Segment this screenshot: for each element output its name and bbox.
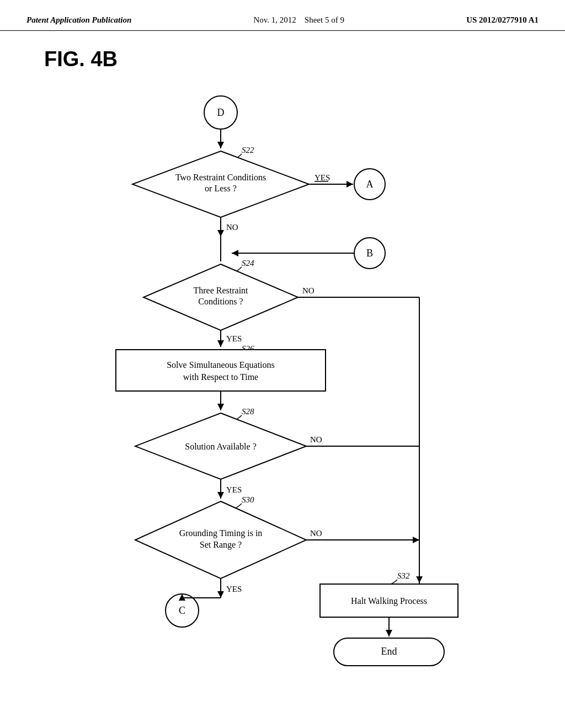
no-S28: NO	[310, 435, 322, 444]
step-S24-label: S24	[242, 259, 254, 267]
label-S28: Solution Available ?	[185, 442, 256, 451]
arrowhead-S22-A	[347, 181, 353, 188]
node-S26	[116, 350, 326, 391]
label-S30-line1: Grounding Timing is in	[179, 528, 263, 538]
label-End: End	[381, 646, 397, 657]
label-S22-line1: Two Restraint Conditions	[175, 173, 266, 182]
header-center: Nov. 1, 2012 Sheet 5 of 9	[254, 15, 344, 25]
step-S28-label: S28	[242, 407, 254, 416]
sheet-label: Sheet 5 of 9	[305, 15, 344, 24]
label-S26-line1: Solve Simultaneous Equations	[167, 360, 275, 370]
arrowhead-S32-end	[386, 630, 392, 636]
yes-S22: YES	[315, 173, 330, 182]
label-A: A	[366, 179, 374, 190]
label-S26-line2: with Respect to Time	[183, 372, 258, 382]
label-B: B	[366, 248, 373, 259]
arrowhead-S30-yes	[217, 591, 224, 598]
label-C: C	[179, 605, 185, 616]
arrowhead-S22-no	[217, 230, 224, 237]
yes-S30: YES	[226, 585, 242, 593]
arrowhead-S24-yes	[217, 340, 224, 347]
no-S30: NO	[310, 529, 322, 538]
patent-label: Patent Application Publication	[26, 15, 131, 25]
figure-title: FIG. 4B	[0, 31, 565, 77]
arrowhead-S26	[217, 404, 224, 410]
date-label: Nov. 1, 2012	[254, 15, 296, 24]
arrowhead-B	[232, 250, 238, 256]
step-S22-label: S22	[242, 146, 254, 154]
label-S24-line2: Conditions ?	[198, 297, 243, 306]
label-S24-line1: Three Restraint	[193, 286, 248, 295]
arrowhead-rail-S32	[416, 576, 423, 583]
arrowhead-D-S22	[217, 142, 224, 148]
header: Patent Application Publication Nov. 1, 2…	[0, 0, 565, 31]
step-S32-label: S32	[397, 571, 410, 580]
yes-S28: YES	[226, 485, 242, 494]
yes-S24: YES	[226, 334, 242, 343]
label-S32: Halt Walking Process	[351, 596, 427, 606]
label-S30-line2: Set Range ?	[200, 540, 242, 550]
no-S22: NO	[226, 223, 238, 232]
step-S30-label: S30	[242, 495, 254, 504]
flowchart-svg: D S22 Two Restraint Conditions or Less ?…	[0, 77, 565, 705]
label-D: D	[217, 107, 225, 118]
no-S24: NO	[302, 286, 315, 295]
arrowhead-S28-yes	[217, 492, 224, 499]
patent-number: US 2012/0277910 A1	[466, 15, 539, 25]
arrowhead-S30-no	[413, 537, 419, 543]
label-S22-line2: or Less ?	[205, 184, 237, 193]
flowchart: D S22 Two Restraint Conditions or Less ?…	[0, 77, 565, 705]
